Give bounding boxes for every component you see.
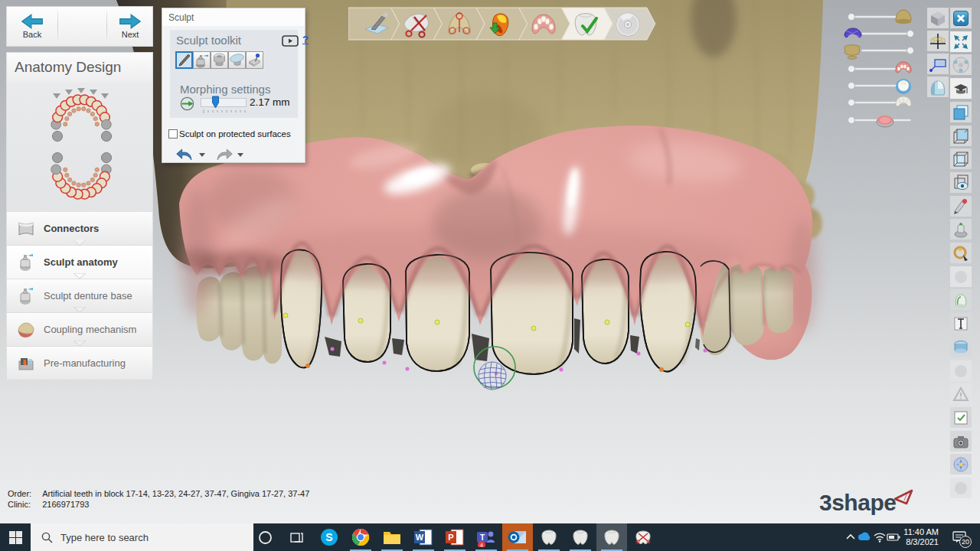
svg-text:3shape: 3shape xyxy=(819,490,896,515)
svg-text:4: 4 xyxy=(480,543,483,547)
svg-text:P: P xyxy=(448,533,453,542)
svg-text:S: S xyxy=(325,531,332,543)
svg-text:W: W xyxy=(416,533,424,542)
svg-text:T: T xyxy=(480,533,485,542)
